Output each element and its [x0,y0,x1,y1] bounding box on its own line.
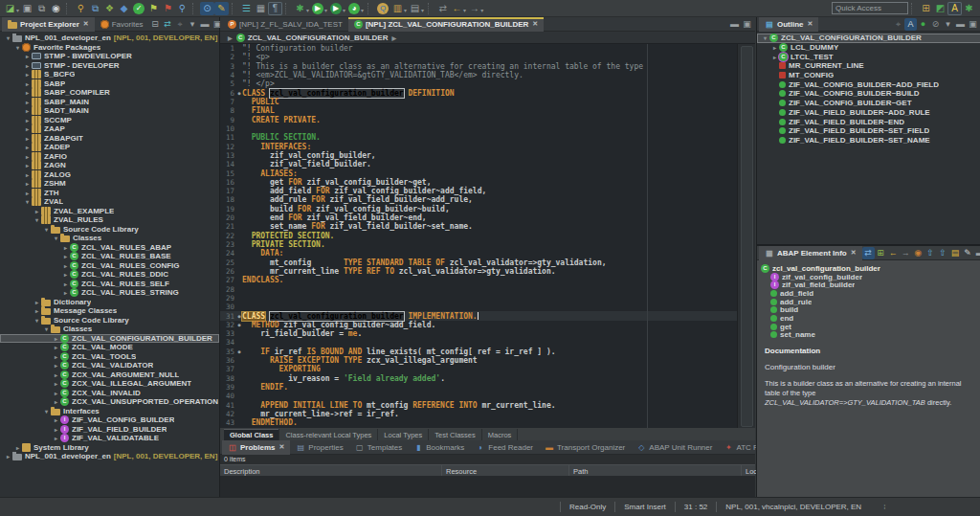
problems-tab-bookmarks[interactable]: ▮Bookmarks [408,440,470,455]
status-overflow-dots[interactable]: ⁞ [883,503,885,511]
line-number[interactable]: 21 [220,222,236,231]
line-number[interactable]: 15 [220,169,236,178]
tree-item[interactable]: ▸SADT_MAIN [0,106,219,116]
expand-arrow-icon[interactable]: ▸ [13,444,22,451]
expand-arrow-icon[interactable]: ▸ [52,380,60,387]
close-icon[interactable]: ✕ [83,20,89,28]
line-number[interactable]: 9 [220,116,236,124]
tree-item[interactable]: ▸CZCL_VAL_RULES_BASE [0,252,219,261]
line-number[interactable]: 20 [220,213,236,222]
tree-item[interactable]: ▸SABP_MAIN [0,98,219,107]
line-number[interactable]: 34 [220,338,236,347]
dropdown-arrow-icon[interactable]: ▾ [404,7,407,13]
open-object-icon[interactable]: Q [377,3,389,14]
perspective-secondary-icon[interactable]: ◩ [933,2,947,15]
close-icon[interactable]: ✕ [851,249,857,257]
line-number[interactable]: 39 [220,383,236,392]
view-menu-icon[interactable]: ▾ [187,18,199,31]
expand-arrow-icon[interactable]: ▾ [42,408,51,415]
tree-item[interactable]: ▸ZTH [0,189,219,198]
expand-arrow-icon[interactable]: ▸ [770,44,779,51]
back-icon[interactable]: ← [887,247,900,259]
flag-atc-icon[interactable]: ⚑ [161,2,175,15]
line-number[interactable]: 41 [220,401,236,410]
expand-arrow-icon[interactable]: ▾ [13,44,22,51]
block-select-icon[interactable]: ▦ [254,2,268,15]
close-icon[interactable]: ✕ [278,443,284,451]
expand-arrow-icon[interactable]: ▸ [770,54,779,60]
editor-tab--npl-z-fl-salv-ida-test[interactable]: P[NPL] Z_FL_SALV_IDA_TEST [222,17,348,32]
expand-arrow-icon[interactable]: ▸ [61,253,70,259]
expand-arrow-icon[interactable]: ▸ [52,426,60,433]
expand-arrow-icon[interactable]: ▸ [52,362,60,369]
tree-item[interactable]: ▸IZIF_VAL_VALIDATABLE [0,434,219,443]
navigate-up-icon[interactable]: ⇧ [924,247,937,259]
dropdown-arrow-icon[interactable]: ▾ [421,7,424,13]
view-menu-icon[interactable]: ▾ [942,18,954,31]
expand-arrow-icon[interactable]: ▸ [23,153,32,160]
expand-arrow-icon[interactable]: ▸ [52,390,60,396]
new-info-view-icon[interactable]: ⊞ [875,247,887,259]
problems-tab-feed-reader[interactable]: ◗Feed Reader [470,440,539,455]
explorer-tab-project-explorer[interactable]: Project Explorer✕ [2,17,95,32]
tree-item[interactable]: ▸ZAAP [0,124,219,134]
expand-arrow-icon[interactable]: ▸ [61,280,70,287]
problems-tab-problems[interactable]: ◫Problems✕ [222,440,290,455]
link-with-selection-icon[interactable]: ⇄ [862,247,875,259]
quick-access-input[interactable]: Quick Access [832,2,908,14]
new-icon[interactable]: ◪ [3,2,17,15]
tree-item[interactable]: ▸CLTCL_TEST [757,52,980,61]
tree-item[interactable]: set_name [757,331,980,340]
tree-item[interactable]: ▸CZCL_VAL_CONFIGURATION_BUILDER [0,334,219,344]
expand-arrow-icon[interactable]: ▸ [52,353,60,360]
tree-item[interactable]: ZIF_VAL_FIELD_BUILDER~ADD_RULE [757,108,980,118]
tree-item[interactable]: ▸CZCX_VAL_ARGUMENT_NULL [0,370,219,380]
outline-tree[interactable]: ▾CZCL_VAL_CONFIGURATION_BUILDER▸CLCL_DUM… [757,32,980,145]
expand-arrow-icon[interactable]: ▸ [23,171,32,178]
run-as-icon[interactable]: ▶ [330,3,342,14]
line-number[interactable]: 2 [220,53,236,61]
page-tab-local-types[interactable]: Local Types [378,429,429,440]
line-number[interactable]: 6 [220,89,236,98]
line-number[interactable]: 28 [220,285,236,294]
mark-edit-icon[interactable]: ✎ [214,2,229,15]
line-number[interactable]: 38 [220,374,236,383]
expand-arrow-icon[interactable]: ▸ [61,289,70,296]
line-number[interactable]: 10 [220,124,236,133]
expand-arrow-icon[interactable]: ▸ [23,144,32,150]
tree-item[interactable]: Izif_val_field_builder [757,280,980,289]
debug-icon[interactable]: ✱ [293,2,307,15]
tree-item[interactable]: ▸SCCMP [0,116,219,125]
expand-arrow-icon[interactable]: ▸ [23,89,32,96]
expand-arrow-icon[interactable]: ▾ [52,235,60,241]
expand-arrow-icon[interactable]: ▸ [23,162,32,168]
line-number[interactable]: 3 [220,62,236,71]
expand-arrow-icon[interactable]: ▾ [33,317,41,324]
expand-arrow-icon[interactable]: ▸ [33,208,41,214]
navigate-up2-icon[interactable]: ⇧ [937,247,949,259]
expand-arrow-icon[interactable]: ▸ [52,435,60,441]
tree-item[interactable]: MR_CURRENT_LINE [757,61,980,71]
tree-item[interactable]: ▸System Library [0,443,219,453]
tree-item[interactable]: build [757,305,980,314]
page-tab-class-relevant-local-types[interactable]: Class-relevant Local Types [279,429,378,440]
tree-item[interactable]: ▾Classes [0,234,219,243]
line-number[interactable]: 40 [220,392,236,400]
expand-arrow-icon[interactable]: ▸ [33,299,41,305]
outline-tab-outline[interactable]: ▤Outline✕ [759,17,818,32]
expand-arrow-icon[interactable]: ▸ [61,244,70,251]
tree-item[interactable]: ▸CZCL_VAL_TOOLS [0,352,219,362]
problems-tab-transport-organizer[interactable]: ▬Transport Organizer [539,440,631,455]
debug-perspective-icon[interactable]: ✱ [962,2,976,15]
tree-item[interactable]: ZIF_VAL_CONFIG_BUILDER~GET [757,99,980,108]
line-number[interactable]: 16 [220,178,236,187]
line-number[interactable]: 18 [220,195,236,204]
line-number[interactable]: 29 [220,294,236,303]
dropdown-arrow-icon[interactable]: ▾ [306,7,309,13]
tree-item[interactable]: ▸CZCX_VAL_UNSUPPORTED_OPERATION [0,397,219,407]
element-info-tree[interactable]: Czcl_val_configuration_builderIzif_val_c… [757,260,980,339]
tree-item[interactable]: get [757,323,980,331]
line-number[interactable]: 27 [220,276,236,284]
line-number[interactable]: 25 [220,258,236,267]
expand-arrow-icon[interactable]: ▸ [52,344,60,350]
